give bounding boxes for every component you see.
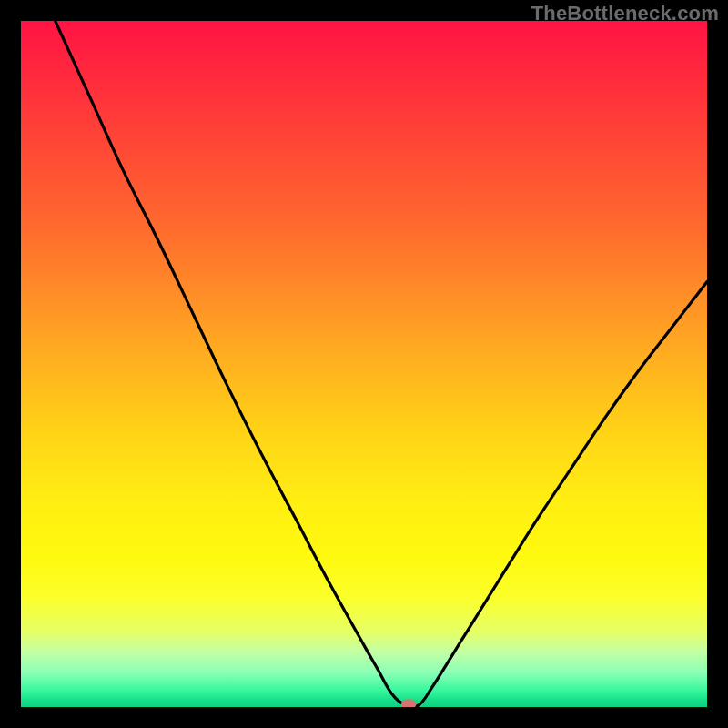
curve-path: [56, 21, 707, 707]
plot-area: [21, 21, 707, 707]
bottleneck-curve: [21, 21, 707, 707]
chart-frame: TheBottleneck.com: [0, 0, 728, 728]
optimal-marker: [401, 699, 416, 707]
watermark-text: TheBottleneck.com: [531, 2, 719, 25]
